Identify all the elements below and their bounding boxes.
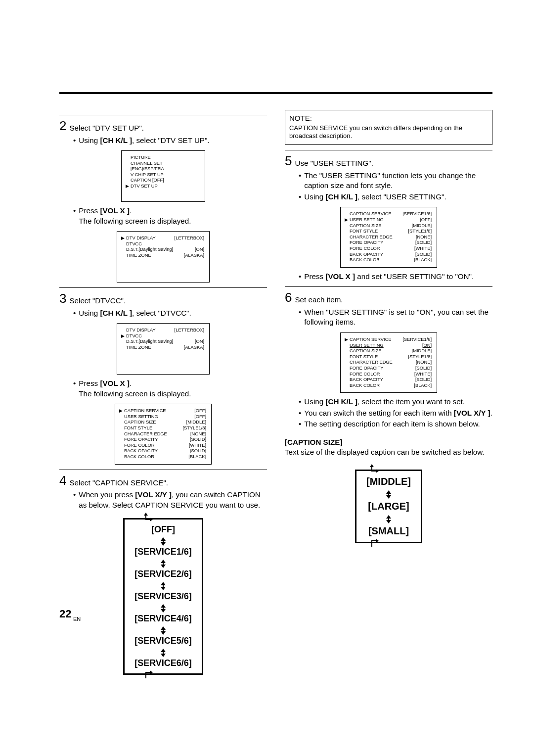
step-3-osd-1: DTV DISPLAY [LETTERBOX] ▶DTVCC D.S.T.[Da… [117,323,210,375]
double-arrow-icon [161,536,166,547]
two-column-layout: 2 Select "DTV SET UP". • Using [CH K/L ]… [59,110,492,675]
pointer-icon: ▶ [119,408,124,414]
step-6-rule [285,286,492,287]
step-5-osd: CAPTION SERVICE[SERVICE1/6] ▶USER SETTIN… [340,207,437,267]
note-body: CAPTION SERVICE you can switch differs d… [289,124,488,141]
double-arrow-icon [386,514,391,524]
svg-marker-3 [370,464,374,467]
step-3-header: 3 Select "DTVCC". [59,291,267,306]
left-column: 2 Select "DTV SET UP". • Using [CH K/L ]… [59,110,267,675]
step-2-title: Select "DTV SET UP". [69,123,144,134]
double-arrow-icon [161,648,166,658]
note-title: NOTE: [289,113,488,123]
step-3-rule [59,287,267,288]
step-4-rule [59,470,267,470]
step-2-osd-2: ▶DTV DISPLAY [LETTERBOX] DTVCC D.S.T.[Da… [117,231,210,283]
double-arrow-icon [386,489,391,500]
double-arrow-icon [161,603,166,614]
caption-size-cycle: [MIDDLE] [LARGE] [SMALL] [355,470,422,543]
step-2-press: • Press [VOL X ]. The following screen i… [73,206,267,226]
right-column: NOTE: CAPTION SERVICE you can switch dif… [285,110,492,675]
svg-marker-1 [150,518,153,521]
step-5-rule [285,150,492,150]
svg-marker-4 [376,469,379,473]
double-arrow-icon [161,581,166,591]
s2-b1-key: [CH K/L ] [100,136,132,144]
pointer-icon: ▶ [345,217,350,223]
s2-b1-pre: Using [79,136,100,144]
pointer-icon: ▶ [121,333,126,339]
svg-marker-0 [144,513,148,516]
step-4-header: 4 Select "CAPTION SERVICE". [59,473,267,488]
page-top-rule [59,92,492,94]
step-2-bullets: • Using [CH K/L ], select "DTV SET UP". [73,136,267,146]
pointer-icon: ▶ [121,236,126,241]
cycle-bottom-out-arrow [144,667,154,679]
note-box: NOTE: CAPTION SERVICE you can switch dif… [285,110,492,145]
step-6-osd: ▶CAPTION SERVICE[SERVICE1/6] USER SETTIN… [340,332,437,393]
svg-marker-2 [150,670,153,674]
step-2-number: 2 [59,119,66,132]
page-language: EN [73,615,81,623]
caption-service-cycle: [OFF] [SERVICE1/6] [SERVICE2/6] [SERVICE… [123,518,203,675]
cycle-bottom-out-arrow [370,536,380,548]
step-3-osd-2: ▶CAPTION SERVICE[OFF] USER SETTING[OFF] … [115,404,212,464]
pointer-icon: ▶ [345,337,350,343]
s2-b1-post: , select "DTV SET UP". [132,136,210,144]
pointer-icon: ▶ [126,184,131,189]
step-2-header: 2 Select "DTV SET UP". [59,118,267,134]
step-2-osd-1: PICTURE CHANNEL SET [ENG]/ESP/FRA V-CHIP… [121,150,205,202]
caption-size-body: Text size of the displayed caption can b… [285,447,492,458]
caption-size-heading: [CAPTION SIZE] [285,437,492,448]
double-arrow-icon [161,625,166,636]
cycle-top-in-arrow [370,464,380,476]
double-arrow-icon [161,559,166,569]
cycle-top-in-arrow [144,513,154,524]
step-2-rule [59,115,267,115]
page-number: 22 [59,607,71,621]
svg-marker-5 [376,539,379,543]
